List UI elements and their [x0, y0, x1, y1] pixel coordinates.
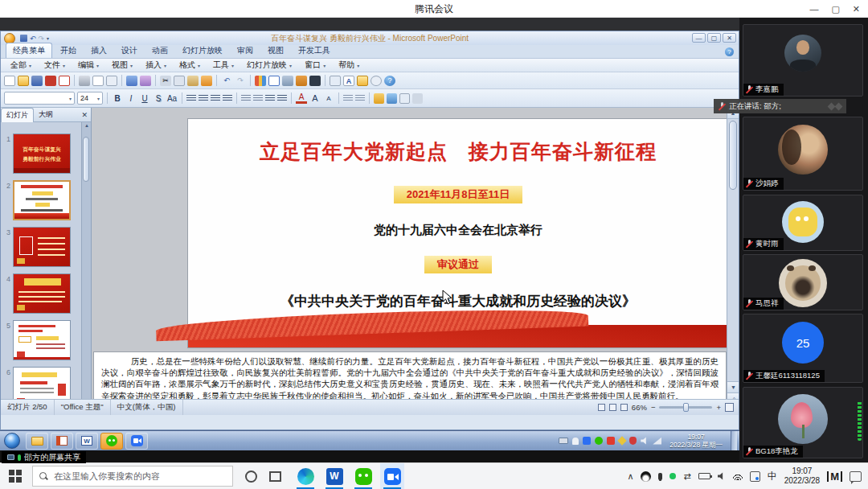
redo-icon[interactable]: ↷ [235, 76, 246, 86]
notification-center-icon[interactable] [850, 471, 862, 482]
word-taskbar-icon[interactable]: W [322, 463, 346, 489]
powerpoint-taskbar-icon[interactable] [51, 433, 73, 450]
participant-tile[interactable]: 李嘉鹏 [743, 24, 863, 97]
menu-window[interactable]: 窗口▾ [298, 60, 332, 71]
numbered-list-icon[interactable] [265, 95, 275, 102]
zoom-in-icon[interactable]: + [716, 403, 721, 412]
grow-font-button[interactable]: A [309, 92, 321, 105]
minimize-icon[interactable]: — [809, 0, 818, 18]
qq-icon[interactable] [641, 471, 651, 482]
keyboard-icon[interactable] [559, 438, 568, 444]
tab-slides[interactable]: 幻灯片 [1, 108, 34, 122]
pdf-icon[interactable] [59, 76, 70, 86]
slide-sorter-icon[interactable] [609, 404, 616, 411]
font-name-combo[interactable]: ▾ [4, 92, 75, 105]
word-taskbar-icon[interactable]: W [76, 433, 98, 450]
tab-developer[interactable]: 开发工具 [292, 43, 337, 58]
fit-to-window-icon[interactable] [725, 403, 734, 412]
slide-4-thumbnail[interactable] [13, 273, 71, 314]
shared-clock[interactable]: 19:07 2022/3/28 星期一 [665, 433, 727, 449]
scroll-thumb[interactable] [729, 121, 737, 190]
slide-3-thumbnail[interactable] [13, 227, 71, 267]
ppt-close-icon[interactable]: ✕ [723, 33, 736, 43]
zoom-slider-thumb[interactable] [683, 403, 689, 412]
undo-icon[interactable]: ↶ [221, 76, 232, 86]
tab-home[interactable]: 开始 [54, 43, 83, 58]
menu-file[interactable]: 文件▾ [38, 60, 72, 71]
qat-dropdown-icon[interactable]: ▾ [47, 35, 49, 41]
open-folder-icon[interactable] [357, 76, 368, 86]
copy-icon[interactable] [174, 76, 185, 86]
print-preview-icon[interactable] [92, 76, 104, 86]
wechat-taskbar-icon[interactable] [351, 463, 375, 489]
menu-tools[interactable]: 工具▾ [207, 60, 240, 71]
zoom-icon[interactable] [371, 76, 382, 86]
meeting-taskbar-icon[interactable] [125, 433, 148, 450]
participant-tile[interactable]: 黄时雨 [743, 195, 863, 251]
bold-button[interactable]: B [112, 92, 123, 105]
slide-layout-icon[interactable] [296, 76, 307, 86]
input-indicator-icon[interactable] [750, 471, 760, 482]
page-setup-icon[interactable] [106, 76, 117, 86]
cut-icon[interactable]: ✂ [160, 76, 171, 86]
show-desktop-button[interactable] [731, 431, 737, 451]
scroll-up-icon[interactable]: ▲ [82, 123, 92, 128]
taskbar-search[interactable] [32, 466, 233, 487]
menu-view[interactable]: 视图▾ [105, 60, 139, 71]
help-icon[interactable]: ? [384, 76, 395, 86]
start-button[interactable] [9, 470, 22, 483]
open-icon[interactable] [18, 76, 29, 86]
normal-view-icon[interactable] [598, 404, 605, 411]
new-icon[interactable] [4, 76, 15, 86]
search-input[interactable] [54, 471, 226, 481]
fill-color-icon[interactable] [374, 93, 384, 104]
save-icon[interactable] [20, 35, 27, 42]
research-icon[interactable] [140, 76, 151, 86]
tab-outline[interactable]: 大纲 [34, 108, 58, 121]
cortana-icon[interactable] [245, 471, 257, 483]
decrease-indent-icon[interactable] [343, 95, 353, 102]
shrink-font-button[interactable]: A [323, 92, 334, 105]
ppt-minimize-icon[interactable]: — [692, 33, 706, 43]
security-tray-icon[interactable] [629, 437, 637, 445]
maximize-icon[interactable]: ▢ [831, 0, 839, 18]
increase-indent-icon[interactable] [355, 95, 365, 102]
bell-icon[interactable] [572, 438, 579, 445]
font-color-button[interactable]: A [296, 92, 307, 104]
wifi-icon[interactable] [733, 473, 743, 480]
columns-icon[interactable] [253, 95, 263, 102]
ppt-restore-icon[interactable]: ▢ [707, 33, 721, 43]
panel-close-icon[interactable]: ✕ [81, 111, 88, 119]
ime-logo[interactable]: M [827, 471, 842, 482]
host-clock[interactable]: 19:07 2022/3/28 [784, 466, 821, 487]
status-dot-icon[interactable] [669, 473, 676, 479]
network-signal-icon[interactable] [653, 438, 661, 445]
antivirus-tray-icon[interactable] [618, 436, 627, 445]
align-center-icon[interactable] [199, 95, 208, 102]
panel-scroll-thumb[interactable] [83, 137, 89, 182]
sync-arrows-icon[interactable]: ⇄ [683, 471, 690, 482]
line-color-icon[interactable] [387, 93, 397, 104]
menu-help[interactable]: 帮助▾ [332, 60, 366, 71]
export-icon[interactable] [45, 76, 56, 86]
spelling-icon[interactable] [126, 76, 137, 86]
slideshow-view-icon[interactable] [620, 404, 628, 411]
bullet-list-icon[interactable] [277, 95, 287, 102]
line-spacing-icon[interactable] [241, 95, 251, 102]
participant-tile[interactable]: 沙娟婷 [743, 117, 863, 191]
menu-format[interactable]: 格式▾ [173, 60, 207, 71]
vertical-scrollbar[interactable]: ▲ ▼ « « [727, 108, 739, 415]
zoom-out-icon[interactable]: − [651, 403, 656, 412]
header-footer-icon[interactable] [309, 76, 321, 86]
format-painter-icon[interactable] [201, 76, 212, 86]
italic-button[interactable]: I [125, 92, 137, 105]
text-shadow-button[interactable]: S [153, 92, 164, 105]
task-view-icon[interactable] [269, 471, 281, 482]
save-icon[interactable] [31, 76, 43, 86]
participant-tile[interactable]: BG18李艳龙 [743, 387, 863, 458]
zoom-slider[interactable] [659, 406, 712, 409]
slide-design-icon[interactable]: A [343, 76, 354, 86]
close-icon[interactable]: ✕ [853, 0, 860, 18]
menu-edit[interactable]: 编辑▾ [72, 60, 105, 71]
tab-classic-menu[interactable]: 经典菜单 [6, 43, 52, 58]
